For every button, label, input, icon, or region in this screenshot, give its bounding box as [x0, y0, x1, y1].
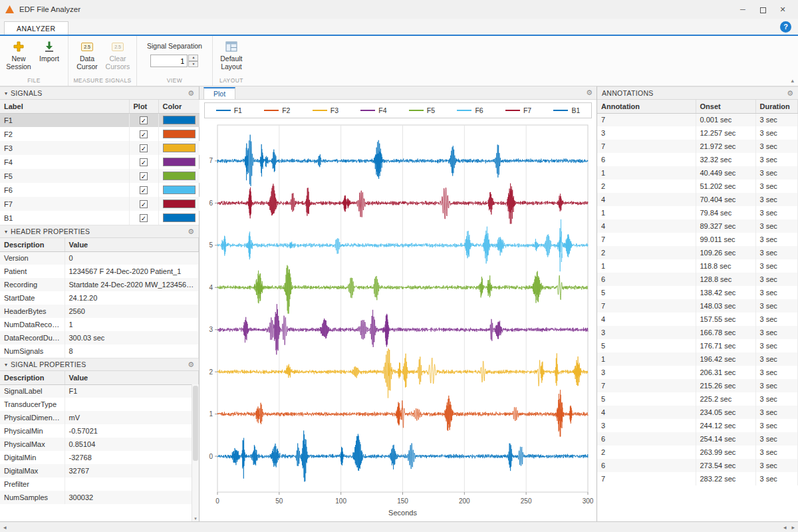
annotation-row[interactable]: 489.327 sec3 sec — [597, 219, 798, 233]
plot-checkbox[interactable]: ✓ — [140, 214, 148, 222]
color-swatch[interactable] — [163, 130, 196, 138]
property-row[interactable]: DataRecordDurati...300.03 sec — [0, 331, 199, 344]
signal-separation-input[interactable] — [150, 55, 188, 67]
close-button[interactable]: ✕ — [773, 1, 793, 17]
annotation-row[interactable]: 6254.14 sec3 sec — [597, 432, 798, 446]
property-row[interactable]: NumSignals8 — [0, 344, 199, 358]
h-scroll-left-icon[interactable]: ◂ — [783, 524, 787, 531]
panel-menu-icon[interactable]: ⚙ — [586, 88, 593, 97]
annotation-row[interactable]: 70.001 sec3 sec — [597, 113, 798, 126]
property-row[interactable]: PhysicalMin-0.57021 — [0, 424, 199, 438]
plot-checkbox[interactable]: ✓ — [140, 116, 148, 124]
property-row[interactable]: SignalLabelF1 — [0, 384, 199, 398]
property-row[interactable]: NumSamples300032 — [0, 491, 199, 504]
annotation-row[interactable]: 5138.42 sec3 sec — [597, 286, 798, 299]
annotation-row[interactable]: 7148.03 sec3 sec — [597, 299, 798, 313]
signal-row[interactable]: B1✓ — [0, 211, 200, 225]
property-row[interactable]: Prefilter — [0, 477, 199, 491]
property-row[interactable]: DigitalMin-32768 — [0, 451, 199, 464]
annotation-row[interactable]: 5176.71 sec3 sec — [597, 339, 798, 352]
signal-properties-scrollbar[interactable]: ▾ — [192, 384, 199, 521]
annotation-row[interactable]: 3166.78 sec3 sec — [597, 326, 798, 339]
plot-checkbox[interactable]: ✓ — [140, 144, 148, 152]
annotation-row[interactable]: 2109.26 sec3 sec — [597, 246, 798, 259]
annotations-panel-header[interactable]: ANNOTATIONS ⚙ — [597, 86, 798, 100]
maximize-button[interactable] — [753, 1, 773, 17]
color-swatch[interactable] — [163, 144, 196, 152]
default-layout-button[interactable]: Default Layout — [216, 38, 247, 70]
property-row[interactable]: StartDate24.12.20 — [0, 291, 199, 305]
color-swatch[interactable] — [163, 186, 196, 194]
annotation-row[interactable]: 4157.55 sec3 sec — [597, 313, 798, 326]
panel-menu-icon[interactable]: ⚙ — [188, 227, 194, 236]
panel-menu-icon[interactable]: ⚙ — [188, 360, 194, 369]
annotation-row[interactable]: 5225.2 sec3 sec — [597, 392, 798, 406]
signal-row[interactable]: F2✓ — [0, 127, 200, 141]
property-row[interactable]: PhysicalMax0.85104 — [0, 438, 199, 451]
annotation-row[interactable]: 632.32 sec3 sec — [597, 153, 798, 166]
h-scroll-left-icon[interactable]: ◂ — [3, 524, 7, 531]
color-swatch[interactable] — [163, 172, 196, 180]
collapse-caret-icon[interactable]: ▾ — [5, 90, 7, 96]
minimize-button[interactable]: ─ — [733, 1, 753, 17]
property-row[interactable]: RecordingStartdate 24-Dec-2020 MW_123456… — [0, 278, 199, 291]
collapse-caret-icon[interactable]: ▾ — [5, 229, 7, 235]
h-scroll-right-icon[interactable]: ▸ — [791, 524, 795, 531]
annotation-row[interactable]: 6128.8 sec3 sec — [597, 273, 798, 286]
color-swatch[interactable] — [163, 116, 196, 124]
scrollbar-thumb[interactable] — [193, 386, 198, 461]
signal-separation-decrement-button[interactable]: ▼ — [188, 61, 198, 68]
plot-checkbox[interactable]: ✓ — [140, 158, 148, 166]
signal-separation-increment-button[interactable]: ▲ — [188, 55, 198, 61]
color-swatch[interactable] — [163, 200, 196, 208]
signal-row[interactable]: F5✓ — [0, 169, 200, 183]
property-row[interactable]: HeaderBytes2560 — [0, 305, 199, 318]
tab-analyzer[interactable]: ANALYZER — [4, 21, 68, 35]
panel-menu-icon[interactable]: ⚙ — [188, 89, 194, 98]
plot-checkbox[interactable]: ✓ — [140, 130, 148, 138]
color-swatch[interactable] — [163, 213, 196, 222]
data-cursor-button[interactable]: 2.5 Data Cursor — [72, 38, 102, 70]
property-row[interactable]: DigitalMax32767 — [0, 464, 199, 477]
header-properties-panel-header[interactable]: ▾ HEADER PROPERTIES ⚙ — [0, 225, 199, 238]
help-button[interactable]: ? — [780, 21, 791, 33]
annotation-row[interactable]: 3244.12 sec3 sec — [597, 419, 798, 432]
annotation-row[interactable]: 7283.22 sec3 sec — [597, 472, 798, 485]
signals-panel-header[interactable]: ▾ SIGNALS ⚙ — [0, 86, 199, 100]
signal-row[interactable]: F1✓ — [0, 113, 200, 127]
property-row[interactable]: PhysicalDimensionmV — [0, 411, 199, 424]
scroll-down-icon[interactable]: ▾ — [192, 516, 199, 521]
signal-properties-panel-header[interactable]: ▾ SIGNAL PROPERTIES ⚙ — [0, 358, 199, 371]
annotation-row[interactable]: 179.84 sec3 sec — [597, 206, 798, 219]
property-row[interactable]: NumDataRecords1 — [0, 318, 199, 331]
annotation-row[interactable]: 7215.26 sec3 sec — [597, 379, 798, 392]
annotation-row[interactable]: 721.972 sec3 sec — [597, 140, 798, 153]
property-row[interactable]: Version0 — [0, 251, 199, 265]
panel-menu-icon[interactable]: ⚙ — [787, 89, 793, 98]
annotation-row[interactable]: 470.404 sec3 sec — [597, 193, 798, 206]
collapse-ribbon-button[interactable]: ▴ — [791, 77, 794, 84]
signal-row[interactable]: F3✓ — [0, 141, 200, 155]
annotation-row[interactable]: 2263.99 sec3 sec — [597, 446, 798, 459]
plot-checkbox[interactable]: ✓ — [140, 200, 148, 208]
annotation-row[interactable]: 4234.05 sec3 sec — [597, 406, 798, 419]
signal-chart[interactable]: 05010015020025030001234567Seconds — [200, 118, 597, 521]
property-row[interactable]: Patient1234567 F 24-Dec-2020 Patient_1 — [0, 265, 199, 278]
annotation-row[interactable]: 251.202 sec3 sec — [597, 180, 798, 193]
annotation-row[interactable]: 799.011 sec3 sec — [597, 233, 798, 246]
plot-checkbox[interactable]: ✓ — [140, 172, 148, 180]
import-button[interactable]: Import — [34, 38, 65, 63]
collapse-caret-icon[interactable]: ▾ — [5, 362, 7, 368]
annotation-row[interactable]: 1196.42 sec3 sec — [597, 352, 798, 366]
signal-row[interactable]: F7✓ — [0, 197, 200, 211]
property-row[interactable]: TransducerType — [0, 398, 199, 411]
annotation-row[interactable]: 140.449 sec3 sec — [597, 166, 798, 180]
annotation-row[interactable]: 3206.31 sec3 sec — [597, 366, 798, 379]
tab-plot[interactable]: Plot — [203, 87, 235, 99]
annotation-row[interactable]: 312.257 sec3 sec — [597, 126, 798, 140]
new-session-button[interactable]: New Session — [3, 38, 34, 70]
signal-row[interactable]: F6✓ — [0, 183, 200, 197]
plot-checkbox[interactable]: ✓ — [140, 186, 148, 194]
annotation-row[interactable]: 1118.8 sec3 sec — [597, 259, 798, 273]
annotation-row[interactable]: 6273.54 sec3 sec — [597, 459, 798, 472]
